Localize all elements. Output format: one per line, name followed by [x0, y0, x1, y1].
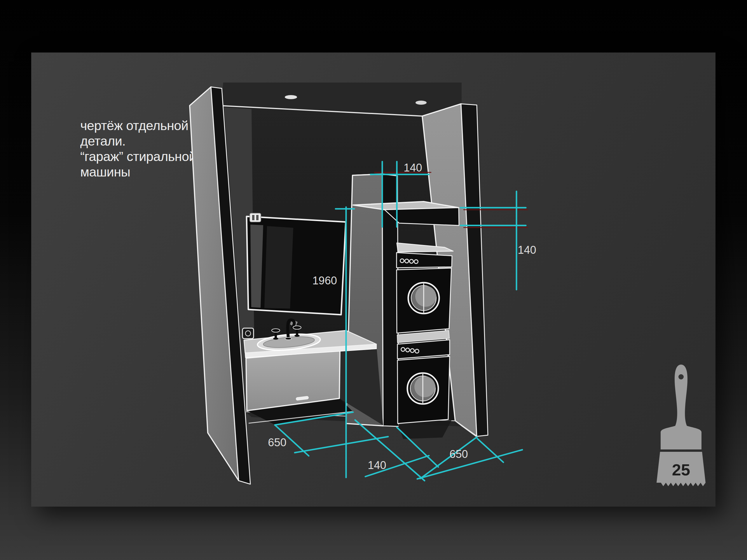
mirror-reflection-dark	[264, 226, 293, 309]
dim-label-left-650: 650	[268, 436, 286, 449]
paintbrush-hole	[678, 374, 684, 379]
wall-socket-icon	[242, 328, 254, 339]
paintbrush-handle	[675, 365, 688, 426]
washing-machine-upper	[396, 243, 453, 343]
page-number: 25	[672, 460, 690, 479]
ceiling-spotlight-icon	[415, 101, 427, 105]
machine-door	[408, 283, 439, 314]
washing-machine-lower	[397, 340, 452, 439]
paintbrush-ferrule	[661, 426, 701, 450]
vanity-lamp-slot	[256, 215, 259, 220]
dim-line-right-650	[417, 450, 522, 479]
dim-label-top-140: 140	[404, 162, 422, 174]
machine-door	[407, 373, 438, 404]
paintbrush-icon: 25	[656, 365, 705, 486]
ceiling-spotlight-icon	[285, 95, 297, 99]
dim-label-1960: 1960	[312, 274, 337, 287]
technical-drawing: 140 140 1960 650 140 650 25	[0, 0, 747, 560]
dim-label-right-650: 650	[449, 448, 468, 460]
vanity-lamp-slot	[252, 215, 254, 220]
dim-label-bottom-140: 140	[368, 459, 386, 471]
dim-line-left-650	[295, 437, 388, 453]
dim-label-right-140: 140	[518, 244, 536, 256]
vanity-lamp-icon	[250, 213, 261, 222]
